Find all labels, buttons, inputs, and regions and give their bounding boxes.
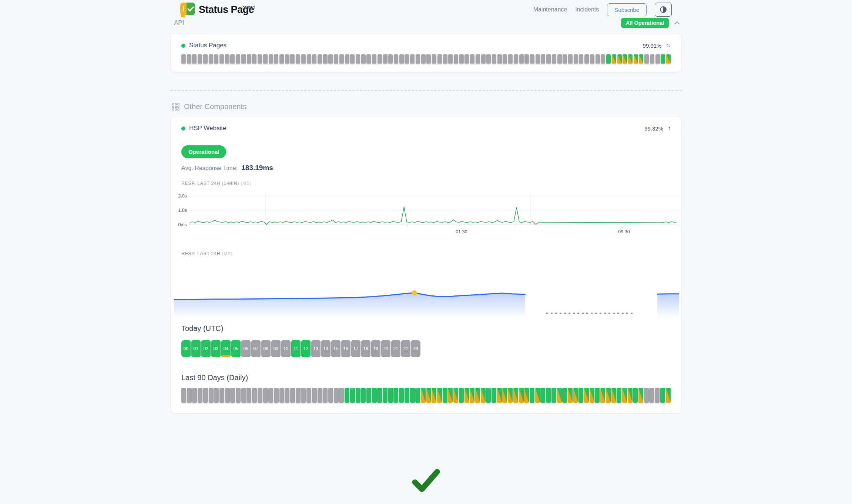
uptime-bar bbox=[459, 54, 464, 64]
uptime-bar bbox=[638, 388, 643, 403]
uptime-bar bbox=[236, 54, 240, 64]
uptime-bar bbox=[181, 388, 186, 403]
chart1-label-text: RESP. LAST 24H (1-MIN) bbox=[181, 181, 239, 186]
uptime-bar bbox=[377, 388, 382, 403]
uptime-bar bbox=[306, 388, 311, 403]
uptime-bar bbox=[623, 54, 627, 64]
uptime-bar bbox=[334, 54, 338, 64]
uptime-bar bbox=[573, 388, 578, 403]
uptime-bar bbox=[590, 54, 594, 64]
uptime-bar bbox=[633, 388, 638, 403]
hour-block-20: 20 bbox=[381, 340, 390, 357]
uptime-bar bbox=[366, 388, 371, 403]
hsp-website-card: HSP Website 99.32% ↑ Operational Avg. Re… bbox=[171, 116, 681, 413]
uptime-bar bbox=[285, 388, 289, 403]
uptime-bar bbox=[268, 388, 273, 403]
top-header: ! Status Page hosted Maintenance Inciden… bbox=[0, 0, 852, 19]
brand-name: Status Page hosted bbox=[199, 3, 254, 17]
chevron-up-icon[interactable] bbox=[674, 21, 680, 25]
uptime-bar bbox=[661, 54, 665, 64]
uptime-bar bbox=[557, 388, 562, 403]
hsp-website-row: HSP Website 99.32% ↑ bbox=[181, 125, 671, 132]
response-time-area-chart bbox=[174, 269, 679, 321]
uptime-bar bbox=[405, 54, 409, 64]
uptime-bar bbox=[476, 54, 480, 64]
status-pages-row: Status Pages 99.91% ↻ bbox=[181, 42, 671, 49]
header-nav: Maintenance Incidents Subscribe bbox=[533, 3, 672, 17]
uptime-bar bbox=[579, 54, 583, 64]
uptime-bar bbox=[388, 54, 393, 64]
uptime-bar bbox=[611, 388, 616, 403]
uptime-bar bbox=[296, 54, 300, 64]
uptime-bar bbox=[258, 54, 262, 64]
data-point-marker[interactable] bbox=[412, 290, 417, 295]
uptime-bar bbox=[312, 54, 316, 64]
uptime-bar bbox=[519, 388, 524, 403]
uptime-bar bbox=[263, 388, 268, 403]
uptime-bar bbox=[650, 54, 654, 64]
chart2-label-text: RESP. LAST 24H bbox=[181, 251, 220, 256]
uptime-bar bbox=[666, 54, 671, 64]
uptime-bar bbox=[274, 388, 279, 403]
uptime-bar bbox=[328, 54, 333, 64]
uptime-bar bbox=[312, 388, 317, 403]
hour-block-19: 19 bbox=[371, 340, 380, 357]
bubble-tail bbox=[181, 13, 185, 17]
hour-block-15: 15 bbox=[331, 340, 341, 357]
uptime-bar bbox=[481, 388, 486, 403]
uptime-bar bbox=[562, 388, 567, 403]
uptime-bar bbox=[361, 54, 366, 64]
uptime-bar bbox=[219, 388, 224, 403]
theme-toggle-button[interactable] bbox=[655, 3, 672, 17]
uptime-bar bbox=[252, 388, 257, 403]
uptime-bar bbox=[328, 388, 333, 403]
uptime-bar bbox=[574, 54, 578, 64]
uptime-bar bbox=[649, 388, 654, 403]
uptime-bar bbox=[339, 54, 344, 64]
nav-maintenance[interactable]: Maintenance bbox=[533, 6, 567, 13]
hour-block-00: 00 bbox=[181, 340, 191, 357]
uptime-bar bbox=[214, 388, 219, 403]
hour-degraded-marker bbox=[222, 355, 230, 357]
uptime-bar bbox=[279, 54, 284, 64]
uptime-bar bbox=[290, 54, 295, 64]
uptime-bar bbox=[187, 54, 191, 64]
uptime-bar bbox=[584, 54, 589, 64]
hour-block-16: 16 bbox=[341, 340, 350, 357]
chart2-label: RESP. LAST 24H (MS) bbox=[181, 251, 671, 256]
all-operational-badge[interactable]: All Operational bbox=[621, 18, 669, 28]
uptime-bar bbox=[198, 54, 202, 64]
uptime-bar bbox=[563, 54, 567, 64]
uptime-bar bbox=[622, 388, 627, 403]
uptime-bar bbox=[421, 54, 426, 64]
uptime-bar bbox=[486, 388, 491, 403]
uptime-bar bbox=[230, 388, 235, 403]
svg-text:09:30: 09:30 bbox=[618, 229, 630, 234]
incidents-footer: No recent incidents To view all past inc… bbox=[171, 468, 681, 504]
uptime-bar bbox=[269, 54, 273, 64]
uptime-bar bbox=[372, 388, 377, 403]
hour-block-23: 23 bbox=[411, 340, 420, 357]
chart2-unit: (MS) bbox=[222, 251, 232, 256]
uptime-bar bbox=[339, 388, 344, 403]
uptime-bar bbox=[606, 388, 611, 403]
uptime-bar bbox=[454, 54, 458, 64]
half-moon-icon bbox=[659, 6, 667, 14]
uptime-bar bbox=[230, 54, 235, 64]
uptime-bar bbox=[285, 54, 289, 64]
uptime-bar bbox=[345, 388, 349, 403]
uptime-bar bbox=[519, 54, 524, 64]
uptime-bar bbox=[192, 388, 197, 403]
uptime-bar bbox=[536, 54, 540, 64]
hour-block-14: 14 bbox=[321, 340, 331, 357]
collapse-arrow-icon[interactable]: ↑ bbox=[668, 125, 671, 131]
refresh-icon[interactable]: ↻ bbox=[666, 43, 671, 48]
avg-response-value: 183.19ms bbox=[241, 164, 273, 172]
last90-heading: Last 90 Days (Daily) bbox=[181, 373, 671, 382]
uptime-bar bbox=[497, 388, 502, 403]
subscribe-button[interactable]: Subscribe bbox=[607, 3, 647, 16]
uptime-bar bbox=[252, 54, 256, 64]
hour-block-11: 11 bbox=[291, 340, 301, 357]
today-heading: Today (UTC) bbox=[181, 324, 671, 333]
nav-incidents[interactable]: Incidents bbox=[575, 6, 599, 13]
